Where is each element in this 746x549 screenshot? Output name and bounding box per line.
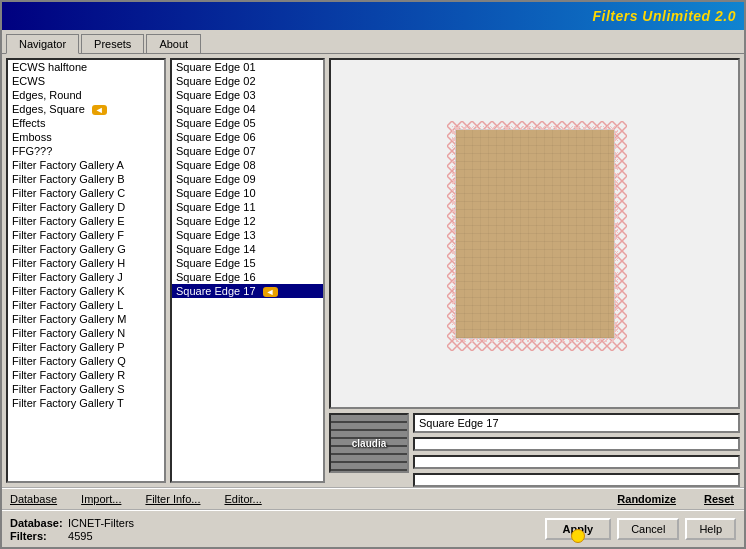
filters-value: 4595 <box>68 530 92 542</box>
list-item[interactable]: Filter Factory Gallery C <box>8 186 164 200</box>
cancel-button[interactable]: Cancel <box>617 518 679 540</box>
right-panel: claudia Square Edge 17 <box>329 58 740 483</box>
list-item[interactable]: ECWS <box>8 74 164 88</box>
filter-item[interactable]: Square Edge 08 <box>172 158 323 172</box>
filter-info-button[interactable]: Filter Info... <box>143 492 202 506</box>
list-item[interactable]: Edges, Square ◄ <box>8 102 164 116</box>
list-item[interactable]: Filter Factory Gallery Q <box>8 354 164 368</box>
list-item[interactable]: Filter Factory Gallery L <box>8 298 164 312</box>
filter-item-selected[interactable]: Square Edge 17 ◄ <box>172 284 323 298</box>
canvas-texture <box>456 130 614 338</box>
filter-detail-2 <box>413 455 740 469</box>
list-item[interactable]: Filter Factory Gallery A <box>8 158 164 172</box>
thumbnail-inner: claudia <box>331 415 407 471</box>
filter-list[interactable]: Square Edge 01 Square Edge 02 Square Edg… <box>170 58 325 483</box>
filter-name-area: Square Edge 17 <box>413 413 740 487</box>
list-item[interactable]: ECWS halftone <box>8 60 164 74</box>
list-item[interactable]: FFG??? <box>8 144 164 158</box>
filter-item[interactable]: Square Edge 05 <box>172 116 323 130</box>
category-list[interactable]: ECWS halftone ECWS Edges, Round Edges, S… <box>6 58 166 483</box>
list-item[interactable]: Filter Factory Gallery S <box>8 382 164 396</box>
filters-label: Filters: <box>10 530 65 542</box>
filter-item[interactable]: Square Edge 13 <box>172 228 323 242</box>
tab-presets[interactable]: Presets <box>81 34 144 53</box>
filters-status: Filters: 4595 <box>10 530 545 542</box>
list-item[interactable]: Filter Factory Gallery G <box>8 242 164 256</box>
filter-item[interactable]: Square Edge 10 <box>172 186 323 200</box>
filter-item[interactable]: Square Edge 15 <box>172 256 323 270</box>
filter-item[interactable]: Square Edge 02 <box>172 74 323 88</box>
filter-item[interactable]: Square Edge 11 <box>172 200 323 214</box>
action-buttons: Apply Cancel Help <box>545 518 736 540</box>
arrow-icon: ◄ <box>92 105 107 115</box>
app-title: Filters Unlimited 2.0 <box>592 8 736 24</box>
filter-item[interactable]: Square Edge 01 <box>172 60 323 74</box>
list-item[interactable]: Filter Factory Gallery T <box>8 396 164 410</box>
list-item[interactable]: Filter Factory Gallery H <box>8 256 164 270</box>
filter-item[interactable]: Square Edge 16 <box>172 270 323 284</box>
preview-image <box>455 129 615 339</box>
filter-item[interactable]: Square Edge 03 <box>172 88 323 102</box>
list-item[interactable]: Filter Factory Gallery J <box>8 270 164 284</box>
filter-item[interactable]: Square Edge 14 <box>172 242 323 256</box>
preview-area <box>329 58 740 409</box>
apply-button[interactable]: Apply <box>545 518 612 540</box>
list-item[interactable]: Filter Factory Gallery N <box>8 326 164 340</box>
randomize-button[interactable]: Randomize <box>613 492 680 506</box>
thumbnail: claudia <box>329 413 409 473</box>
filter-item[interactable]: Square Edge 04 <box>172 102 323 116</box>
reset-button[interactable]: Reset <box>700 492 738 506</box>
arrow-icon: ◄ <box>263 287 278 297</box>
list-item[interactable]: Effects <box>8 116 164 130</box>
filter-item[interactable]: Square Edge 12 <box>172 214 323 228</box>
preview-wrapper <box>455 129 615 339</box>
list-item[interactable]: Filter Factory Gallery F <box>8 228 164 242</box>
list-item[interactable]: Filter Factory Gallery R <box>8 368 164 382</box>
thumbnail-label: claudia <box>352 438 386 449</box>
bottom-toolbar: Database Import... Filter Info... Editor… <box>2 487 744 509</box>
database-button[interactable]: Database <box>8 492 59 506</box>
filter-item[interactable]: Square Edge 06 <box>172 130 323 144</box>
database-status: Database: ICNET-Filters <box>10 517 545 529</box>
main-content: ECWS halftone ECWS Edges, Round Edges, S… <box>2 54 744 487</box>
tab-navigator[interactable]: Navigator <box>6 34 79 54</box>
tab-about[interactable]: About <box>146 34 201 53</box>
import-button[interactable]: Import... <box>79 492 123 506</box>
list-item[interactable]: Filter Factory Gallery M <box>8 312 164 326</box>
list-item[interactable]: Edges, Round <box>8 88 164 102</box>
filter-name-display: Square Edge 17 <box>413 413 740 433</box>
editor-button[interactable]: Editor... <box>222 492 263 506</box>
list-item[interactable]: Filter Factory Gallery P <box>8 340 164 354</box>
list-item[interactable]: Filter Factory Gallery D <box>8 200 164 214</box>
tab-bar: Navigator Presets About <box>2 30 744 54</box>
filter-item[interactable]: Square Edge 09 <box>172 172 323 186</box>
filter-detail-1 <box>413 437 740 451</box>
help-button[interactable]: Help <box>685 518 736 540</box>
filter-detail-3 <box>413 473 740 487</box>
title-bar: Filters Unlimited 2.0 <box>2 2 744 30</box>
database-label: Database: <box>10 517 65 529</box>
database-value: ICNET-Filters <box>68 517 134 529</box>
list-item[interactable]: Filter Factory Gallery K <box>8 284 164 298</box>
status-bar: Database: ICNET-Filters Filters: 4595 Ap… <box>2 509 744 547</box>
list-item[interactable]: Filter Factory Gallery E <box>8 214 164 228</box>
filter-item[interactable]: Square Edge 07 <box>172 144 323 158</box>
status-info: Database: ICNET-Filters Filters: 4595 <box>10 517 545 542</box>
main-window: Filters Unlimited 2.0 Navigator Presets … <box>0 0 746 549</box>
list-item[interactable]: Emboss <box>8 130 164 144</box>
list-item[interactable]: Filter Factory Gallery B <box>8 172 164 186</box>
preview-bottom: claudia Square Edge 17 <box>329 413 740 483</box>
